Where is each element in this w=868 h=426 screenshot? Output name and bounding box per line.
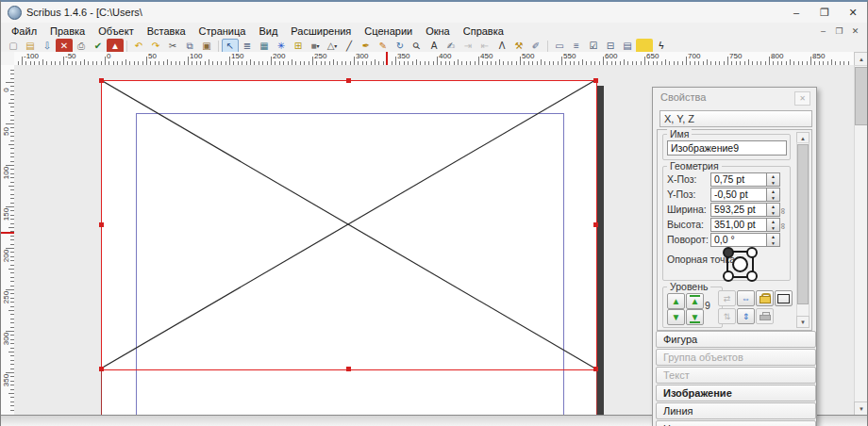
- mdi-close-button[interactable]: ✕: [847, 26, 863, 36]
- raise-button[interactable]: ▲: [667, 293, 685, 309]
- close-button[interactable]: ✕: [839, 2, 867, 23]
- tick: [603, 57, 604, 65]
- minimize-button[interactable]: –: [782, 2, 810, 23]
- selection-handle[interactable]: [593, 78, 598, 83]
- menu-extras[interactable]: Расширения: [284, 24, 358, 39]
- panel-scrollbar-thumb[interactable]: [797, 144, 809, 304]
- tick: [105, 57, 106, 65]
- lower-to-bottom-button[interactable]: ▼: [686, 309, 704, 325]
- properties-palette: Свойства ✕ X, Y, Z Имя Изображение9 Геом…: [652, 87, 817, 426]
- ruler-label: 600: [605, 52, 617, 60]
- width-spinner[interactable]: ▲▼: [766, 203, 780, 217]
- level-group: Уровень 9 ▲▲▼▼: [662, 287, 723, 328]
- height-value[interactable]: 351,00 pt: [710, 218, 766, 232]
- y-pos-field[interactable]: -0,50 pt▲▼: [710, 188, 780, 202]
- menu-item[interactable]: Объект: [92, 24, 140, 39]
- menu-help[interactable]: Справка: [457, 24, 510, 39]
- flip-horizontal-group-button: ⇄: [718, 290, 736, 306]
- panel-scroll-down-arrow[interactable]: ▼: [796, 316, 810, 328]
- height-spinner[interactable]: ▲▼: [766, 218, 780, 232]
- x-pos-field[interactable]: 0,75 pt▲▼: [710, 172, 780, 187]
- x-pos-label: X-Поз:: [667, 173, 697, 185]
- rotation-spinner[interactable]: ▲▼: [766, 233, 780, 247]
- tab-xyz[interactable]: X, Y, Z: [659, 110, 812, 127]
- tab-image[interactable]: Изображение: [656, 385, 816, 401]
- y-pos-value[interactable]: -0,50 pt: [710, 188, 766, 202]
- horizontal-ruler[interactable]: -100-50050100150200250300350400450500550…: [14, 52, 854, 66]
- ruler-label: 300: [2, 327, 10, 352]
- palette-close-button[interactable]: ✕: [794, 91, 810, 106]
- selection-handle[interactable]: [99, 367, 104, 371]
- tick: [644, 57, 645, 65]
- mdi-window-controls: – ❐ ✕: [815, 26, 863, 36]
- toolbar-separator: [126, 41, 127, 53]
- basepoint-bottom-right[interactable]: [746, 270, 758, 282]
- tick: [810, 57, 811, 65]
- ruler-label: 800: [771, 52, 783, 60]
- vertical-ruler[interactable]: 050100150200250300350: [1, 65, 15, 415]
- selection-handle[interactable]: [346, 367, 351, 371]
- menu-view[interactable]: Вид: [252, 24, 284, 39]
- y-pos-spinner[interactable]: ▲▼: [766, 188, 780, 202]
- raise-to-top-button[interactable]: ▲: [686, 293, 704, 309]
- height-label: Высота:: [667, 219, 704, 230]
- ruler-label: 0: [107, 52, 110, 60]
- tab-colors[interactable]: Цвета: [656, 420, 816, 426]
- flip-vertical-group-button: ⇅: [718, 308, 736, 324]
- menu-insert[interactable]: Вставка: [141, 24, 192, 39]
- width-value[interactable]: 593,25 pt: [710, 203, 766, 217]
- mdi-minimize-button[interactable]: –: [815, 26, 831, 36]
- xyz-content: Имя Изображение9 Геометрия ∞ ∞ Опорная т…: [657, 129, 812, 331]
- selection-handle[interactable]: [99, 78, 104, 83]
- ruler-label: -50: [65, 52, 76, 60]
- menu-script[interactable]: Сценарии: [358, 24, 419, 39]
- lock-object-button[interactable]: [756, 290, 774, 306]
- menu-file[interactable]: Файл: [5, 24, 43, 39]
- menu-page[interactable]: Страница: [192, 24, 253, 39]
- basepoint-selector[interactable]: [720, 246, 758, 280]
- tab-group: Группа объектов: [656, 349, 816, 366]
- level-value: 9: [705, 300, 710, 311]
- rotation-field[interactable]: 0,0 °▲▼: [710, 233, 780, 247]
- tab-line[interactable]: Линия: [656, 402, 816, 419]
- basepoint-top-left[interactable]: [723, 247, 734, 258]
- rotation-value[interactable]: 0,0 °: [710, 233, 766, 247]
- basepoint-top-right[interactable]: [746, 247, 758, 258]
- selection-handle[interactable]: [99, 222, 104, 227]
- name-input[interactable]: Изображение9: [667, 140, 787, 156]
- ruler-label: 350: [2, 369, 10, 393]
- restore-button[interactable]: ❐: [810, 2, 839, 23]
- mdi-restore-button[interactable]: ❐: [831, 26, 847, 36]
- scribus-logo-icon: [8, 6, 22, 20]
- ruler-origin-box[interactable]: [1, 52, 15, 66]
- x-pos-spinner[interactable]: ▲▼: [766, 172, 780, 187]
- canvas-scrollbar-thumb[interactable]: [855, 67, 868, 125]
- x-pos-value[interactable]: 0,75 pt: [710, 172, 766, 187]
- menu-edit[interactable]: Правка: [43, 24, 92, 39]
- basepoint-bottom-left[interactable]: [723, 270, 734, 282]
- tick: [63, 57, 64, 65]
- ruler-label: 100: [190, 52, 202, 60]
- ruler-label: 500: [522, 52, 534, 60]
- geometry-group-label: Геометрия: [667, 160, 722, 172]
- lock-size-button[interactable]: [775, 290, 793, 306]
- ruler-label: 550: [563, 52, 576, 60]
- basepoint-center[interactable]: [732, 256, 748, 272]
- tick: [354, 57, 355, 65]
- lower-button[interactable]: ▼: [667, 309, 685, 325]
- ruler-label: 200: [273, 52, 285, 60]
- selection-handle[interactable]: [346, 78, 351, 83]
- height-field[interactable]: 351,00 pt▲▼: [710, 218, 780, 232]
- menu-windows[interactable]: Окна: [419, 24, 457, 39]
- tab-shape[interactable]: Фигура: [656, 331, 816, 348]
- image-frame-selection[interactable]: [101, 80, 597, 370]
- width-field[interactable]: 593,25 pt▲▼: [710, 203, 780, 217]
- ruler-label: 50: [148, 52, 157, 60]
- flip-vertical-button[interactable]: ⇕: [737, 308, 755, 324]
- flip-horizontal-button[interactable]: ⇔: [737, 290, 755, 306]
- ruler-label: 0: [2, 78, 10, 103]
- scribus-window: Scribus 1.4.6 - [C:\Users\ – ❐ ✕ ФайлПра…: [0, 0, 868, 426]
- geometry-group: Геометрия ∞ ∞ Опорная точка: X-Поз:0,75 …: [662, 166, 791, 281]
- selection-handle[interactable]: [593, 222, 598, 227]
- selection-handle[interactable]: [593, 367, 598, 371]
